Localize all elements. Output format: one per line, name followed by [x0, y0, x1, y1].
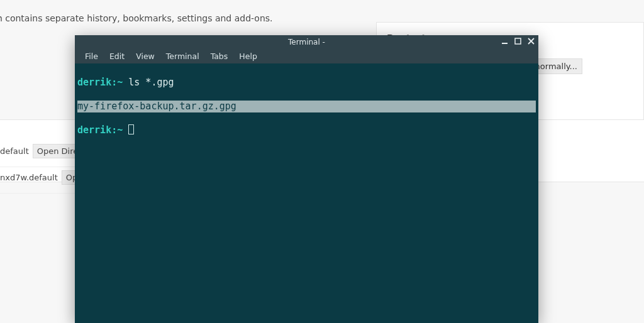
prompt-user: derrik	[77, 124, 111, 136]
prompt-path: ~	[117, 77, 123, 88]
intro-text: rld which contains separate history, boo…	[0, 13, 273, 23]
terminal-line-2: my-firefox-backup.tar.gz.gpg	[77, 101, 536, 112]
svg-rect-0	[502, 43, 508, 44]
close-button[interactable]	[526, 36, 536, 46]
profile-name: nxd7w.default	[0, 173, 58, 182]
window-controls	[500, 36, 536, 46]
minimize-icon	[501, 38, 508, 45]
minimize-button[interactable]	[500, 36, 509, 46]
prompt-user: derrik	[77, 77, 111, 88]
menu-view[interactable]: View	[131, 50, 160, 62]
cursor	[128, 124, 134, 134]
profile-name: default	[0, 146, 29, 156]
maximize-icon	[514, 38, 521, 45]
terminal-line-3: derrik:~	[77, 124, 536, 136]
maximize-button[interactable]	[513, 36, 523, 46]
svg-rect-1	[515, 38, 521, 44]
terminal-line-1: derrik:~ ls *.gpg	[77, 77, 536, 89]
menubar: File Edit View Terminal Tabs Help	[75, 48, 538, 63]
menu-help[interactable]: Help	[234, 50, 262, 62]
window-title: Terminal -	[75, 38, 538, 47]
close-icon	[528, 38, 535, 45]
titlebar[interactable]: Terminal -	[75, 35, 538, 48]
menu-tabs[interactable]: Tabs	[206, 50, 233, 62]
prompt-sep: :	[111, 77, 117, 88]
prompt-sep: :	[111, 124, 117, 136]
menu-terminal[interactable]: Terminal	[161, 50, 204, 62]
prompt-path: ~	[117, 124, 123, 136]
command-text: ls *.gpg	[123, 77, 174, 88]
menu-edit[interactable]: Edit	[104, 50, 130, 62]
terminal-window: Terminal - File Edit View T	[75, 35, 538, 323]
selected-output: my-firefox-backup.tar.gz.gpg	[77, 101, 536, 112]
menu-file[interactable]: File	[80, 50, 103, 62]
restart-normally-label: normally...	[535, 62, 577, 71]
terminal-body[interactable]: derrik:~ ls *.gpg my-firefox-backup.tar.…	[75, 63, 538, 323]
